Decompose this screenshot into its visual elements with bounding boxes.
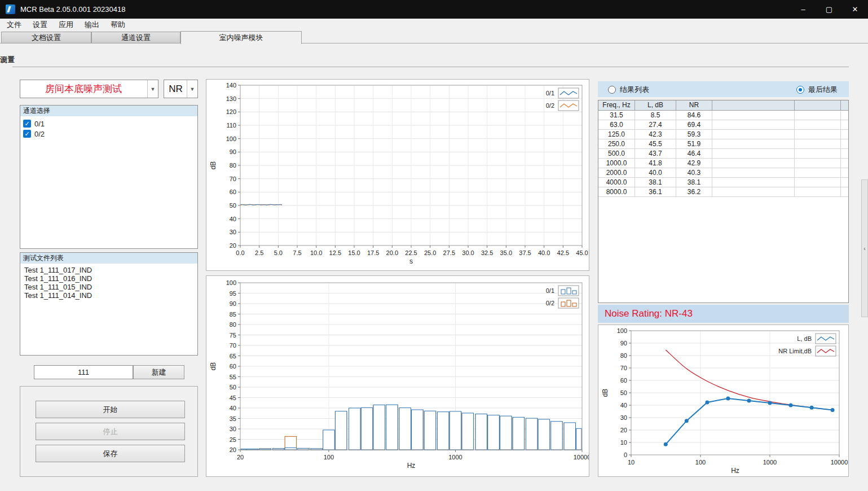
- table-cell: 125.0: [598, 130, 635, 139]
- start-button[interactable]: 开始: [36, 401, 185, 418]
- new-button[interactable]: 新建: [133, 365, 184, 379]
- stop-button[interactable]: 停止: [36, 423, 185, 440]
- chevron-down-icon[interactable]: ▼: [147, 80, 158, 98]
- table-cell: [795, 149, 841, 158]
- svg-text:40.0: 40.0: [538, 249, 550, 256]
- svg-text:25: 25: [230, 436, 236, 443]
- table-cell: 45.5: [635, 139, 676, 148]
- radio-last-result[interactable]: 最后结果: [796, 85, 838, 95]
- svg-text:20.0: 20.0: [386, 249, 398, 256]
- svg-text:0/1: 0/1: [546, 90, 554, 97]
- tab-通道设置[interactable]: 通道设置: [91, 32, 180, 43]
- filename-input[interactable]: 111: [34, 365, 133, 379]
- svg-text:130: 130: [226, 95, 236, 102]
- table-row[interactable]: 1000.041.842.9: [598, 159, 848, 168]
- menu-item-应用[interactable]: 应用: [53, 19, 79, 31]
- svg-text:40: 40: [230, 216, 236, 222]
- rating-type-dropdown[interactable]: NR ▼: [164, 80, 198, 98]
- table-cell: [712, 130, 795, 139]
- table-cell: [841, 120, 848, 129]
- svg-text:NR Limit,dB: NR Limit,dB: [778, 348, 812, 354]
- channel-item[interactable]: ✓0/2: [20, 129, 197, 139]
- main-tab-strip: 文档设置通道设置室内噪声模块: [0, 31, 868, 43]
- chevron-down-icon[interactable]: ▼: [187, 80, 197, 98]
- table-row[interactable]: 4000.038.138.1: [598, 178, 848, 187]
- file-list-item[interactable]: Test 1_111_015_IND: [24, 283, 193, 291]
- table-cell: 42.9: [676, 159, 712, 168]
- file-list-item[interactable]: Test 1_111_014_IND: [24, 291, 193, 300]
- table-row[interactable]: 2000.040.040.3: [598, 168, 848, 178]
- time-history-chart: 20304050607080901001101201301400.02.55.0…: [206, 79, 589, 271]
- svg-text:45.0: 45.0: [576, 249, 588, 256]
- svg-text:25.0: 25.0: [424, 249, 436, 256]
- table-cell: 38.1: [635, 178, 676, 187]
- svg-text:17.5: 17.5: [367, 249, 379, 256]
- title-bar: MCR Beta 2.05.0.001 20230418 – ▢ ✕: [0, 0, 868, 19]
- test-type-dropdown[interactable]: 房间本底噪声测试 ▼: [20, 80, 158, 98]
- table-cell: [841, 139, 848, 148]
- table-cell: [712, 159, 795, 168]
- table-cell: 8.5: [635, 111, 676, 120]
- svg-text:s: s: [409, 257, 413, 265]
- panel-collapse-handle[interactable]: ‹: [861, 179, 868, 317]
- save-button[interactable]: 保存: [36, 445, 185, 462]
- svg-text:80: 80: [620, 352, 627, 359]
- application-window: MCR Beta 2.05.0.001 20230418 – ▢ ✕ 文件设置应…: [0, 0, 868, 491]
- tab-文档设置[interactable]: 文档设置: [1, 32, 91, 43]
- svg-text:27.5: 27.5: [443, 249, 455, 256]
- tab-室内噪声模块[interactable]: 室内噪声模块: [180, 31, 302, 44]
- table-cell: 40.0: [635, 168, 676, 177]
- menu-item-文件[interactable]: 文件: [1, 19, 27, 31]
- svg-text:dB: dB: [209, 161, 217, 170]
- table-row[interactable]: 8000.036.136.2: [598, 187, 848, 197]
- table-row[interactable]: 125.042.359.3: [598, 130, 848, 139]
- svg-text:95: 95: [230, 290, 236, 297]
- results-table-header: Freq., HzL, dBNR Limit,dB: [598, 100, 848, 111]
- table-header-cell: L, dB: [635, 100, 676, 110]
- table-cell: [795, 187, 841, 196]
- table-row[interactable]: 500.043.746.4: [598, 149, 848, 159]
- channel-item[interactable]: ✓0/1: [20, 119, 197, 129]
- table-cell: 2000.0: [598, 168, 635, 177]
- menu-item-输出[interactable]: 输出: [79, 19, 105, 31]
- table-cell: 8000.0: [598, 187, 635, 196]
- spectrum-bar-chart: 2025303540455055606570758085909510020100…: [206, 275, 589, 477]
- close-icon[interactable]: ✕: [842, 0, 868, 19]
- table-cell: [841, 187, 848, 196]
- svg-text:30: 30: [620, 414, 627, 421]
- svg-text:120: 120: [226, 108, 236, 115]
- svg-text:20: 20: [230, 242, 236, 249]
- tab-measure[interactable]: 测量: [0, 54, 15, 67]
- svg-text:100: 100: [617, 327, 627, 334]
- radio-unselected-icon[interactable]: [608, 86, 616, 94]
- svg-text:37.5: 37.5: [519, 249, 531, 256]
- menu-item-设置[interactable]: 设置: [27, 19, 53, 31]
- svg-text:Hz: Hz: [407, 462, 416, 470]
- radio-selected-icon[interactable]: [796, 86, 804, 94]
- svg-text:32.5: 32.5: [481, 249, 493, 256]
- svg-text:90: 90: [620, 340, 627, 347]
- checkbox-checked-icon[interactable]: ✓: [23, 130, 31, 138]
- file-list: Test 1_111_017_INDTest 1_111_016_INDTest…: [20, 264, 198, 356]
- file-list-item[interactable]: Test 1_111_017_IND: [24, 266, 193, 274]
- maximize-icon[interactable]: ▢: [816, 0, 842, 19]
- svg-text:20: 20: [620, 427, 627, 433]
- table-row[interactable]: 250.045.551.9: [598, 139, 848, 149]
- table-cell: [841, 111, 848, 120]
- table-cell: 31.5: [598, 111, 635, 120]
- svg-text:35.0: 35.0: [500, 249, 512, 256]
- checkbox-checked-icon[interactable]: ✓: [23, 120, 31, 128]
- menu-item-帮助[interactable]: 帮助: [105, 19, 131, 31]
- svg-text:85: 85: [230, 311, 236, 318]
- table-row[interactable]: 63.027.469.4: [598, 120, 848, 130]
- table-row[interactable]: 31.58.584.6: [598, 111, 848, 120]
- subtab-divider: [12, 67, 849, 67]
- rating-type-value: NR: [164, 80, 187, 98]
- svg-text:1000: 1000: [763, 459, 777, 466]
- file-list-item[interactable]: Test 1_111_016_IND: [24, 274, 193, 283]
- table-header-cell: [712, 100, 795, 110]
- svg-text:Hz: Hz: [731, 467, 739, 475]
- radio-results-list[interactable]: 结果列表: [608, 85, 649, 95]
- radio-results-list-label: 结果列表: [620, 85, 649, 95]
- minimize-icon[interactable]: –: [790, 0, 816, 19]
